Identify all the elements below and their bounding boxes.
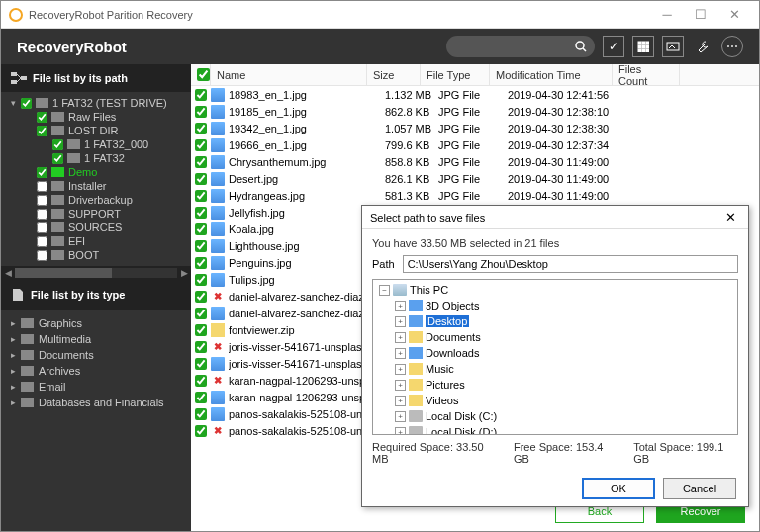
expand-icon[interactable]: ▸ [11,350,21,360]
tree-item[interactable]: Raw Files [1,110,191,124]
expand-icon[interactable]: − [379,285,390,296]
scroll-track[interactable] [15,268,177,278]
scroll-thumb[interactable] [15,268,112,278]
th-check[interactable] [191,64,211,85]
tree-item[interactable]: 1 FAT32_000 [1,137,191,151]
row-checkbox[interactable] [195,173,207,185]
row-checkbox[interactable] [195,408,207,420]
expand-icon[interactable]: + [395,348,406,359]
preview-button[interactable] [662,36,684,57]
tree-item[interactable]: Driverbackup [1,193,191,207]
tree-checkbox[interactable] [37,209,48,220]
folder-tree-item[interactable]: +Documents [375,329,735,345]
type-item[interactable]: ▸Graphics [1,315,191,331]
table-row[interactable]: Desert.jpg826.1 KBJPG File2019-04-30 11:… [191,170,759,187]
folder-tree-item[interactable]: +Desktop [375,313,735,329]
tree-checkbox[interactable] [37,167,48,178]
table-row[interactable]: 19185_en_1.jpg862.8 KBJPG File2019-04-30… [191,103,759,120]
tree-item[interactable]: BOOT [1,248,191,262]
tree-checkbox[interactable] [37,126,48,136]
row-checkbox[interactable] [195,425,207,437]
row-checkbox[interactable] [195,156,207,168]
expand-icon[interactable]: ▸ [11,318,21,328]
expand-icon[interactable]: + [395,364,406,375]
row-checkbox[interactable] [195,240,207,252]
scroll-left-icon[interactable]: ◀ [1,268,15,278]
dialog-close-button[interactable]: ✕ [720,210,740,224]
select-all-checkbox[interactable] [197,68,210,81]
more-button[interactable]: ⋯ [721,36,743,57]
tree-item[interactable]: LOST DIR [1,124,191,137]
th-count[interactable]: Files Count [613,64,680,85]
folder-tree-item[interactable]: −This PC [375,282,735,298]
row-checkbox[interactable] [195,274,207,286]
table-row[interactable]: Hydrangeas.jpg581.3 KBJPG File2019-04-30… [191,187,759,204]
folder-tree-item[interactable]: +Pictures [375,377,735,393]
expand-icon[interactable]: + [395,396,406,406]
table-row[interactable]: Chrysanthemum.jpg858.8 KBJPG File2019-04… [191,153,759,170]
folder-tree-item[interactable]: +Local Disk (C:) [375,408,735,424]
tree-item[interactable]: EFI [1,234,191,248]
tree-checkbox[interactable] [37,222,48,233]
settings-button[interactable] [692,36,713,57]
expand-icon[interactable]: ▸ [11,398,21,407]
type-item[interactable]: ▸Databases and Financials [1,395,191,410]
folder-tree-item[interactable]: +Music [375,361,735,377]
tree-checkbox[interactable] [52,139,63,150]
minimize-button[interactable]: ─ [650,5,684,25]
row-checkbox[interactable] [195,106,207,118]
table-row[interactable]: 19342_en_1.jpg1.057 MBJPG File2019-04-30… [191,120,759,136]
row-checkbox[interactable] [195,257,207,269]
type-item[interactable]: ▸Archives [1,363,191,379]
tree-item[interactable]: SUPPORT [1,207,191,221]
tree-checkbox[interactable] [37,195,48,206]
search-box[interactable] [446,36,595,57]
row-checkbox[interactable] [195,190,207,202]
tree-item[interactable]: ▾1 FAT32 (TEST DRIVE) [1,96,191,110]
row-checkbox[interactable] [195,341,207,353]
expand-icon[interactable]: ▸ [11,366,21,376]
grid-button[interactable] [632,36,654,57]
row-checkbox[interactable] [195,207,207,219]
folder-tree-item[interactable]: +3D Objects [375,298,735,313]
close-button[interactable]: ✕ [717,5,751,25]
expand-icon[interactable]: + [395,380,406,391]
type-item[interactable]: ▸Multimedia [1,331,191,347]
row-checkbox[interactable] [195,139,207,151]
row-checkbox[interactable] [195,324,207,336]
row-checkbox[interactable] [195,308,207,319]
sidebar-hscroll[interactable]: ◀ ▶ [1,266,191,280]
expand-icon[interactable]: + [395,301,406,311]
dialog-folder-tree[interactable]: −This PC+3D Objects+Desktop+Documents+Do… [372,279,738,435]
tree-item[interactable]: SOURCES [1,221,191,234]
tree-checkbox[interactable] [37,181,48,192]
tree-checkbox[interactable] [37,112,48,123]
tree-checkbox[interactable] [52,153,63,164]
tree-item[interactable]: Installer [1,179,191,193]
cancel-button[interactable]: Cancel [663,478,736,499]
row-checkbox[interactable] [195,291,207,303]
maximize-button[interactable]: ☐ [684,5,717,25]
ok-button[interactable]: OK [582,478,655,499]
tree-checkbox[interactable] [21,98,32,109]
tree-item[interactable]: 1 FAT32 [1,151,191,165]
row-checkbox[interactable] [195,392,207,403]
tree-item[interactable]: Demo [1,165,191,179]
type-item[interactable]: ▸Email [1,379,191,395]
tree-checkbox[interactable] [37,250,48,261]
expand-icon[interactable]: ▸ [11,382,21,392]
expand-icon[interactable]: + [395,332,406,343]
tree-checkbox[interactable] [37,236,48,247]
path-input[interactable] [403,255,738,273]
scroll-right-icon[interactable]: ▶ [177,268,191,278]
expand-icon[interactable]: + [395,316,406,327]
th-mod[interactable]: Modification Time [490,64,613,85]
th-type[interactable]: File Type [421,64,490,85]
expand-icon[interactable]: ▾ [11,98,21,108]
table-row[interactable]: 19666_en_1.jpg799.6 KBJPG File2019-04-30… [191,136,759,153]
expand-icon[interactable]: + [395,411,406,422]
row-checkbox[interactable] [195,223,207,235]
th-name[interactable]: Name [211,64,367,85]
folder-tree-item[interactable]: +Downloads [375,345,735,361]
check-button[interactable]: ✓ [603,36,624,57]
